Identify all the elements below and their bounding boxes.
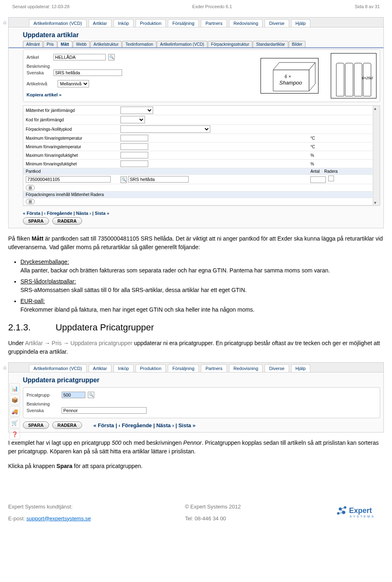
section-number: 2.1.3.: [8, 322, 53, 333]
sub-tab-allmant[interactable]: Allmänt: [23, 41, 43, 47]
pager[interactable]: « Första | ‹ Föregående | Nästa › | Sist…: [94, 422, 196, 428]
sidebar-chart-icon[interactable]: 📊: [9, 383, 20, 394]
sub-tab-artikelstruktur[interactable]: Artikelstruktur: [90, 41, 122, 47]
italic-pennor: Pennor: [183, 439, 202, 446]
measure-label: Minimum förvaringstemperatur: [23, 143, 118, 151]
text-fragment: är pantkoden satt till 7350000481105 SRS…: [8, 235, 383, 250]
sub-tab-pris[interactable]: Pris: [43, 41, 57, 47]
list-item: Dryckesemballage: Alla panter, backar oc…: [20, 258, 384, 275]
nav-path: Artiklar → Pris → Uppdatera pricatgruppe…: [25, 340, 132, 346]
bullet-body: Förekommer ibland på faktura, men har in…: [20, 306, 255, 313]
radera-button[interactable]: RADERA: [52, 421, 82, 429]
main-tab[interactable]: Försäljning: [168, 364, 199, 372]
antal-input[interactable]: [310, 176, 326, 183]
artikel-input[interactable]: [53, 54, 106, 60]
svenska-input[interactable]: [53, 69, 122, 76]
search-icon[interactable]: 🔍: [108, 54, 115, 60]
section-title: Uppdatera Pricatgrupper: [56, 322, 154, 332]
screenshot-uppdatera-pricatgrupper: ⌂ Artikelinformation (VCD) Artiklar Inkö…: [8, 362, 384, 433]
main-tabs-row: ⌂ Artikelinformation (VCD) Artiklar Inkö…: [9, 363, 383, 372]
italic-500: 500: [112, 439, 121, 446]
main-tab[interactable]: Redovisning: [229, 364, 263, 372]
main-tab[interactable]: Partners: [201, 19, 227, 27]
main-tab[interactable]: Artiklar: [89, 364, 111, 372]
home-icon[interactable]: ⌂: [3, 364, 7, 370]
main-tab[interactable]: Produktion: [136, 364, 166, 372]
main-tab[interactable]: Partners: [201, 364, 227, 372]
sub-tab-webb[interactable]: Webb: [73, 41, 90, 47]
header-updated: Senast uppdaterat: 12-03-28: [12, 4, 69, 9]
sub-tab-artikelinfo-vcd[interactable]: Artikelinformation (VCD): [157, 41, 207, 47]
sub-tab-standardartiklar[interactable]: Standardartiklar: [253, 41, 288, 47]
bullet-body: Alla panter, backar och brätten fakturer…: [20, 267, 330, 274]
main-tab[interactable]: Hjälp: [291, 364, 310, 372]
search-icon[interactable]: 🔍: [88, 392, 94, 398]
arrow-icon: →: [45, 340, 50, 346]
sidebar-truck-icon[interactable]: 🚚: [9, 406, 20, 417]
section-heading: 2.1.3. Uppdatera Pricatgrupper: [8, 322, 384, 333]
measure-input[interactable]: [120, 143, 148, 150]
radera-button[interactable]: RADERA: [52, 217, 82, 225]
sub-tab-matt[interactable]: Mått: [58, 41, 73, 47]
main-tab[interactable]: Redovisning: [229, 19, 263, 27]
search-icon[interactable]: 🔍: [120, 176, 127, 183]
add-row-button[interactable]: ⊞: [26, 199, 35, 204]
home-icon[interactable]: ⌂: [3, 19, 7, 25]
measure-input[interactable]: [120, 135, 148, 141]
measure-select[interactable]: [120, 125, 210, 133]
scrollbar[interactable]: [373, 106, 380, 205]
beskrivning-label: Beskrivning: [27, 401, 50, 406]
main-tab[interactable]: Produktion: [136, 19, 166, 27]
main-tab[interactable]: Artiklar: [89, 19, 111, 27]
pantkod-desc-input[interactable]: [128, 176, 189, 183]
sub-tabs-row: Allmänt Pris Mått Webb Artikelstruktur T…: [9, 41, 383, 48]
bullet-list: Dryckesemballage: Alla panter, backar oc…: [20, 258, 384, 314]
pager[interactable]: « Första | ‹ Föregående | Nästa › | Sist…: [9, 209, 383, 217]
kopiera-artikel-link[interactable]: Kopiera artikel »: [27, 92, 62, 97]
sub-tab-textinformation[interactable]: Textinformation: [122, 41, 156, 47]
antal-header: Antal: [310, 169, 320, 174]
pricatgrupp-label: Pricatgrupp: [27, 392, 59, 397]
expert-logo: Expert SYSTEMS: [335, 504, 384, 524]
sub-tab-forpackningsstruktur[interactable]: Förpackningsstruktur: [208, 41, 252, 47]
main-tab[interactable]: Hjälp: [291, 19, 310, 27]
sidebar-help-icon[interactable]: ❓: [9, 429, 20, 439]
measure-select[interactable]: [120, 116, 145, 123]
text-fragment: för att spara pricatgruppen.: [72, 463, 143, 469]
pricatgrupp-input[interactable]: [62, 392, 85, 398]
main-tab[interactable]: Inköp: [114, 364, 134, 372]
bullet-head: EUR-pall:: [20, 298, 45, 304]
sidebar-box-icon[interactable]: 📦: [9, 395, 20, 405]
bullet-head: Dryckesemballage:: [20, 259, 69, 265]
main-tab[interactable]: Inköp: [114, 19, 134, 27]
footer-email-link[interactable]: support@expertsystems.se: [27, 515, 91, 522]
text-fragment: I exemplet har vi lagt upp en pricatgrup…: [8, 439, 112, 446]
bold-matt: Mått: [32, 235, 44, 242]
beskrivning-label: Beskrivning: [27, 64, 50, 69]
main-tab[interactable]: Artikelinformation (VCD): [29, 364, 87, 372]
main-tab[interactable]: Artikelinformation (VCD): [29, 19, 87, 27]
arrow-icon: →: [63, 340, 69, 346]
pantkod-input[interactable]: [26, 176, 111, 183]
bottle-caption: 6×25cl: [362, 76, 373, 80]
radera-checkbox[interactable]: [328, 176, 334, 181]
spara-button[interactable]: SPARA: [23, 421, 49, 429]
page-title: Uppdatera artiklar: [9, 27, 383, 41]
svenska-input[interactable]: [62, 407, 147, 414]
header-pagenum: Sida 8 av 31: [355, 4, 380, 9]
main-tab[interactable]: Försäljning: [168, 19, 199, 27]
spara-button[interactable]: SPARA: [23, 217, 49, 225]
svg-line-10: [340, 509, 343, 512]
bottles-illustration: 6×25cl: [331, 53, 376, 98]
measure-select[interactable]: [120, 107, 153, 114]
main-tab[interactable]: Diverse: [265, 364, 289, 372]
artikelniva-select[interactable]: Mellannivå: [58, 80, 89, 87]
sub-tab-bilder[interactable]: Bilder: [289, 41, 306, 47]
measure-input[interactable]: [120, 152, 148, 158]
measure-input[interactable]: [120, 161, 148, 167]
sidebar-cart-icon[interactable]: 🛒: [9, 417, 20, 428]
add-row-button[interactable]: ⊞: [26, 185, 35, 190]
svg-text:SYSTEMS: SYSTEMS: [350, 515, 375, 518]
main-tab[interactable]: Diverse: [265, 19, 289, 27]
measure-label: Maximum förvaringsfuktighet: [23, 151, 118, 160]
